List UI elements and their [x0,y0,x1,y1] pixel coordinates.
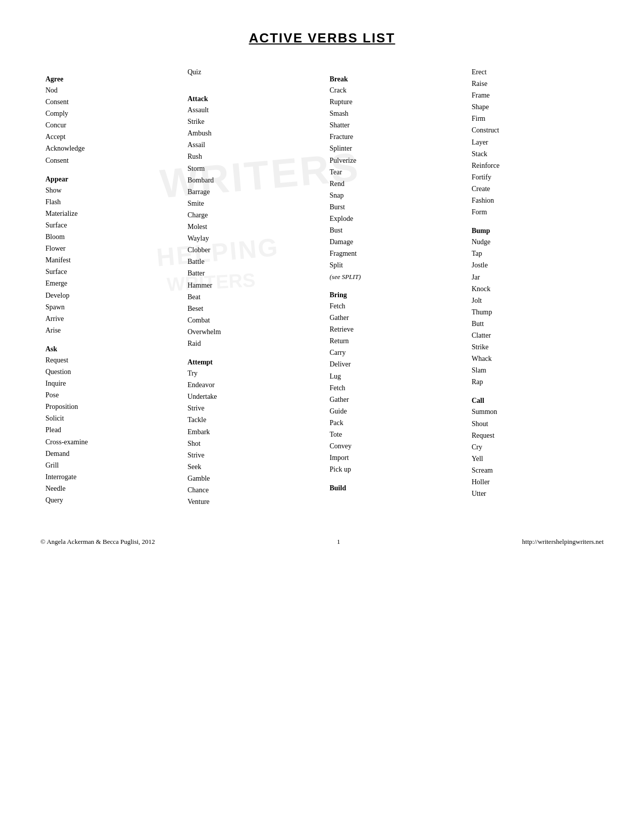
list-item: Materialize [45,208,172,219]
list-item: Manifest [45,254,172,266]
list-item: Undertake [187,391,314,402]
list-item: Acknowledge [45,143,172,154]
list-item: Pose [45,389,172,401]
list-item: Whack [472,353,599,364]
list-item: Rupture [330,96,457,108]
list-item: Query [45,494,172,506]
list-item: Pick up [330,464,457,475]
list-item: Gather [330,394,457,405]
list-item: Waylay [187,233,314,244]
list-item: Splinter [330,143,457,154]
list-item: Interrogate [45,471,172,483]
header-attack: Attack [187,95,314,103]
list-item: Gather [330,312,457,323]
list-item: Demand [45,448,172,459]
list-item: Strive [187,402,314,414]
list-item: (see SPLIT) [330,271,457,282]
list-item: Chance [187,484,314,496]
list-item: Create [472,183,599,195]
list-item: Shout [472,418,599,430]
list-item: Venture [187,496,314,507]
list-item: Surface [45,266,172,277]
list-item: Retrieve [330,323,457,335]
list-item: Ambush [187,127,314,139]
list-item: Strike [187,116,314,127]
list-item: Beat [187,291,314,303]
list-item: Develop [45,290,172,301]
list-item: Question [45,366,172,378]
list-item: Shape [472,101,599,113]
list-item: Tote [330,429,457,440]
list-item: Construct [472,124,599,136]
list-item: Assail [187,139,314,151]
list-item: Molest [187,221,314,233]
footer-copyright: © Angela Ackerman & Becca Puglisi, 2012 [40,538,155,546]
header-break: Break [330,75,457,83]
list-item: Needle [45,483,172,494]
list-item: Return [330,335,457,347]
list-item: Flower [45,243,172,254]
list-item: Accept [45,131,172,143]
list-item: Request [45,354,172,366]
list-item: Erect [472,66,599,78]
list-item: Thump [472,306,599,318]
list-item: Battle [187,256,314,267]
list-item: Import [330,452,457,464]
list-item: Barrage [187,186,314,198]
footer: © Angela Ackerman & Becca Puglisi, 2012 … [40,538,604,546]
list-item: Bloom [45,231,172,243]
list-item: Batter [187,267,314,279]
list-item: Rush [187,151,314,162]
header-ask: Ask [45,345,172,353]
list-item: Cross-examine [45,436,172,448]
list-item: Consent [45,155,172,166]
column-4: Erect Raise Frame Shape Firm Construct L… [467,66,604,499]
list-item: Show [45,184,172,196]
list-item: Rend [330,178,457,190]
list-item: Guide [330,405,457,417]
list-item: Surface [45,219,172,231]
list-item: Endeavor [187,379,314,391]
list-item: Tackle [187,414,314,426]
list-item: Arrive [45,313,172,325]
list-item: Reinforce [472,160,599,171]
list-item: Hammer [187,280,314,291]
list-item: Clatter [472,330,599,341]
list-item: Concur [45,119,172,131]
list-item: Explode [330,213,457,224]
list-item: Crack [330,84,457,96]
list-item: Smite [187,198,314,209]
list-item: Clobber [187,244,314,256]
column-2: WRITERS HELPING WRITERS Quiz Attack Assa… [182,66,319,507]
list-item: Slam [472,364,599,376]
list-item: Shatter [330,119,457,131]
list-item: Holler [472,476,599,488]
list-item: Consent [45,96,172,108]
column-3: Break Crack Rupture Smash Shatter Fractu… [325,66,462,493]
list-item: Pack [330,417,457,429]
list-item: Burst [330,201,457,213]
list-item: Fortify [472,171,599,183]
column-1: Agree Nod Consent Comply Concur Accept A… [40,66,177,506]
list-item: Bombard [187,174,314,186]
list-item: Fetch [330,300,457,312]
header-build: Build [330,484,457,492]
list-item: Snap [330,190,457,201]
list-item: Tear [330,166,457,178]
header-attempt: Attempt [187,358,314,366]
list-item: Solicit [45,412,172,424]
list-item: Convey [330,440,457,452]
list-item: Embark [187,426,314,438]
list-item: Fracture [330,131,457,143]
list-item: Strike [472,341,599,353]
list-item: Layer [472,136,599,148]
list-item: Plead [45,424,172,436]
list-item: Raise [472,78,599,89]
list-item: Lug [330,370,457,382]
list-item: Scream [472,465,599,476]
list-item: Summon [472,406,599,418]
list-item: Nudge [472,236,599,248]
list-item: Rap [472,376,599,388]
list-item: Knock [472,283,599,295]
list-item: Flash [45,196,172,208]
